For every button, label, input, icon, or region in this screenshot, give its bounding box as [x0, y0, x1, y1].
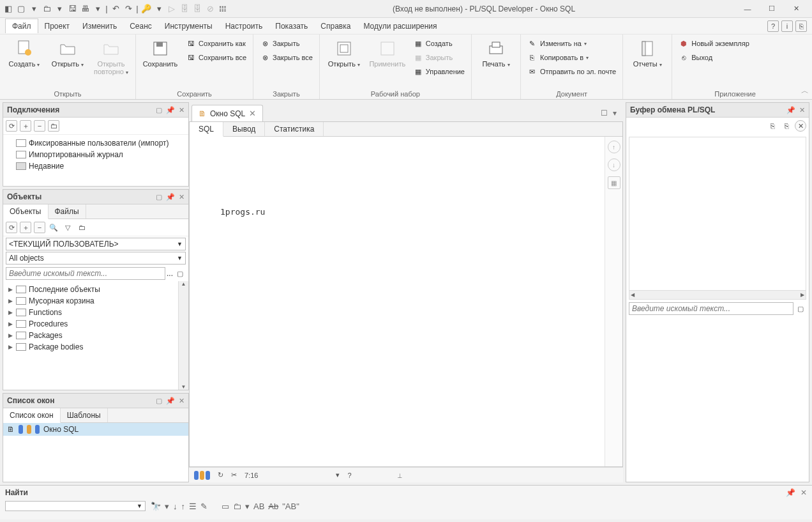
obj-add-icon[interactable]: ＋	[20, 222, 31, 233]
menu-configure[interactable]: Настроить	[219, 19, 269, 33]
panel-pin-icon[interactable]: 📌	[166, 397, 175, 405]
qa-db2-icon[interactable]: 🗄	[192, 3, 203, 15]
find-folder-icon[interactable]: 🗀	[233, 502, 241, 511]
find-drop2-icon[interactable]: ▾	[245, 502, 250, 511]
winlist-tab[interactable]: Список окон	[3, 408, 61, 423]
find-binoculars-icon[interactable]: 🔭	[151, 502, 161, 511]
doc-tab-close-icon[interactable]: ✕	[249, 109, 256, 118]
copy-to-button[interactable]: ⎘Копировать в ▾	[525, 51, 619, 64]
find-drop-icon[interactable]: ▾	[165, 502, 169, 511]
qa-undo-icon[interactable]: ↶	[110, 3, 121, 15]
objects-tab[interactable]: Объекты	[3, 204, 49, 219]
clip-clear-icon[interactable]: ✕	[795, 120, 806, 132]
qa-key-drop-icon[interactable]: ▾	[153, 3, 165, 15]
panel-close-icon[interactable]: ✕	[179, 106, 184, 114]
clip-search-go-icon[interactable]: ▢	[795, 303, 806, 314]
ribbon-collapse-button[interactable]: ︿	[798, 86, 812, 99]
find-case-icon[interactable]: Ab	[268, 502, 278, 511]
reports-button[interactable]: Отчеты ▾	[627, 36, 668, 68]
edit-on-button[interactable]: ✎Изменить на ▾	[525, 37, 619, 50]
open-button[interactable]: Открыть ▾	[47, 36, 88, 68]
etab-stats[interactable]: Статистика	[265, 122, 324, 136]
obj-item-procedures[interactable]: ▶Procedures	[4, 318, 177, 330]
send-mail-button[interactable]: ✉Отправить по эл. почте	[525, 65, 619, 78]
panel-pin-icon[interactable]: 📌	[786, 488, 795, 497]
qa-run-icon[interactable]: ▷	[166, 3, 177, 15]
save-all-button[interactable]: 🖫Сохранить все	[183, 51, 249, 64]
files-tab[interactable]: Файлы	[49, 204, 86, 219]
panel-pin-icon[interactable]: 📌	[786, 106, 795, 114]
winlist-item[interactable]: 🗎 Окно SQL	[3, 423, 188, 436]
panel-dock-icon[interactable]: ▢	[156, 106, 162, 114]
close-button[interactable]: ⊗Закрыть	[257, 37, 315, 50]
qa-print-icon[interactable]: 🖶	[79, 3, 91, 15]
qa-open-icon[interactable]: ▾	[28, 3, 40, 15]
ws-close-button[interactable]: ▦Закрыть	[410, 51, 467, 64]
qa-new-icon[interactable]: ▢	[15, 3, 27, 15]
status-scissors-icon[interactable]: ✂	[231, 471, 237, 479]
qa-folder-icon[interactable]: 🗀	[41, 3, 52, 15]
panel-dock-icon[interactable]: ▢	[156, 193, 162, 201]
obj-item-packages[interactable]: ▶Packages	[4, 330, 177, 341]
qa-stop-icon[interactable]: ⊘	[204, 3, 216, 15]
conn-item-imported[interactable]: Импортированный журнал	[4, 149, 187, 160]
templates-tab[interactable]: Шаблоны	[61, 408, 108, 422]
find-prev-icon[interactable]: ↑	[181, 502, 186, 511]
qa-key-icon[interactable]: 🔑	[140, 3, 152, 15]
objects-search-more[interactable]: ...	[167, 269, 173, 278]
menu-show[interactable]: Показать	[269, 19, 314, 33]
editor-grid-icon[interactable]: ▦	[608, 176, 620, 189]
menu-session[interactable]: Сеанс	[123, 19, 158, 33]
conn-item-recent[interactable]: Недавние	[4, 160, 187, 172]
clipboard-search-input[interactable]	[629, 302, 793, 315]
find-combo[interactable]: ▼	[5, 501, 146, 511]
menu-plugins[interactable]: Модули расширения	[357, 19, 443, 33]
objects-search-input[interactable]	[6, 267, 165, 280]
conn-folder-icon[interactable]: 🗀	[48, 120, 59, 132]
conn-refresh-icon[interactable]: ⟳	[6, 120, 17, 132]
panel-close-icon[interactable]: ✕	[179, 397, 184, 405]
obj-item-functions[interactable]: ▶Functions	[4, 307, 177, 318]
menu-help[interactable]: Справка	[314, 19, 357, 33]
qa-save-icon[interactable]: 🖫	[66, 3, 78, 15]
doc-tab-sql[interactable]: 🗎 Окно SQL ✕	[192, 105, 263, 121]
menu-tools[interactable]: Инструменты	[158, 19, 219, 33]
ws-apply-button[interactable]: Применить	[367, 36, 408, 68]
conn-item-fixed[interactable]: Фиксированные пользователи (импорт)	[4, 137, 187, 149]
exit-button[interactable]: ⎋Выход	[676, 51, 752, 64]
maximize-button[interactable]: ☐	[763, 3, 780, 15]
objects-search-new-icon[interactable]: ▢	[174, 268, 186, 279]
status-pin-icon[interactable]: ⟂	[398, 472, 402, 479]
clip-copy-icon[interactable]: ⎘	[767, 120, 778, 132]
status-help[interactable]: ?	[347, 472, 351, 479]
minimize-button[interactable]: —	[739, 3, 756, 15]
obj-refresh-icon[interactable]: ⟳	[6, 222, 17, 233]
ws-manage-button[interactable]: ▦Управление	[410, 65, 467, 78]
new-instance-button[interactable]: ⬢Новый экземпляр	[676, 37, 752, 50]
qa-sliders-icon[interactable]: 𝍖	[217, 3, 229, 15]
panel-pin-icon[interactable]: 📌	[166, 193, 175, 201]
close-all-button[interactable]: ⊗Закрыть все	[257, 51, 315, 64]
status-drop-icon[interactable]: ▾	[336, 471, 340, 479]
create-button[interactable]: Создать ▾	[4, 36, 45, 68]
qa-folder-drop-icon[interactable]: ▾	[54, 3, 65, 15]
etab-sql[interactable]: SQL	[190, 122, 223, 137]
find-ab-icon[interactable]: AB	[253, 502, 264, 511]
obj-item-recent[interactable]: ▶Последние объекты	[4, 284, 177, 295]
etab-output[interactable]: Вывод	[223, 122, 265, 136]
close-window-button[interactable]: ✕	[788, 3, 804, 15]
menu-file[interactable]: Файл	[5, 19, 38, 33]
reopen-button[interactable]: Открыть повторно ▾	[91, 36, 132, 76]
menu-edit[interactable]: Изменить	[76, 19, 123, 33]
help-i-icon[interactable]: i	[781, 20, 793, 32]
panel-pin-icon[interactable]: 📌	[166, 106, 175, 114]
help-q-icon[interactable]: ?	[767, 20, 779, 32]
panel-dock-icon[interactable]: ▢	[156, 397, 162, 405]
filter-combo[interactable]: All objects▼	[6, 252, 186, 265]
help-toggle-icon[interactable]: ⎘	[795, 20, 807, 32]
find-highlight-icon[interactable]: ✎	[200, 502, 207, 511]
obj-search-icon[interactable]: 🔍	[48, 222, 59, 233]
objects-scrollbar[interactable]: ▲▼	[178, 281, 188, 390]
obj-folder-icon[interactable]: 🗀	[76, 222, 87, 233]
obj-item-package-bodies[interactable]: ▶Package bodies	[4, 341, 177, 353]
